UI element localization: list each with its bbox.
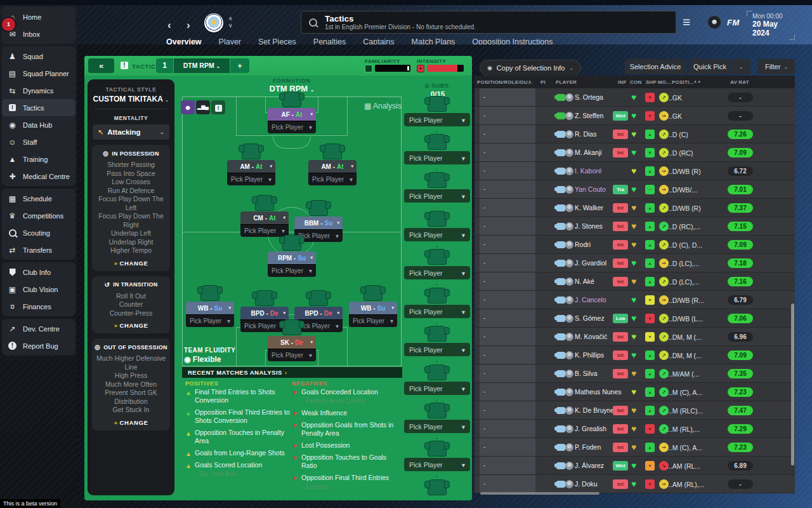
player-row-k-de-bruyne[interactable]: -K. De BruyneInt♥▲➚...M (RLC)...7.47 [475,401,795,420]
column-header-position-role-du[interactable]: POSITION/ROLE/DU... [477,79,532,85]
sub-pick-player-dropdown[interactable]: Pick Player▾ [404,151,470,164]
player-row-yan-couto[interactable]: -Yan CoutoTra♥−➙...D/WB/...7.01 [475,180,795,199]
player-row-b-silva[interactable]: -B. SilvaInt♥▲➚...M/AM (...7.35 [475,364,795,383]
sidebar-item-transfers[interactable]: ⇄Transfers [2,241,75,258]
role-chip-af-at[interactable]: AF -At▾ [268,108,316,121]
role-chip-bpd-de[interactable]: BPD -De▾ [240,307,289,319]
club-switch-chevrons[interactable]: ∧∨ [228,15,233,29]
pick-player-dropdown[interactable]: Pick Player▾ [308,173,357,185]
sub-pick-player-dropdown[interactable]: Pick Player▾ [404,305,470,318]
sub-pick-player-dropdown[interactable]: Pick Player▾ [404,343,470,356]
sub-pick-player-dropdown[interactable]: Pick Player▾ [404,458,470,471]
stats-view-button[interactable]: ▂▆▄ [196,100,210,114]
sub-pick-player-dropdown[interactable]: Pick Player▾ [404,382,470,395]
role-chip-bpd-de[interactable]: BPD -De▾ [294,307,343,319]
sidebar-item-schedule[interactable]: ▦Schedule [2,190,75,207]
sidebar-item-training[interactable]: ▲Training [2,150,75,168]
sidebar-item-club-vision[interactable]: ▣Club Vision [2,281,75,298]
club-badge[interactable] [204,13,223,32]
player-row-m-akanji[interactable]: -M. AkanjiInt♥▼➚...D (RC)7.09 [475,144,795,162]
collapse-panel-button[interactable]: « [88,58,114,73]
player-row-j-stones[interactable]: -J. StonesInt♥▲➚...D (RC),...7.15 [475,217,795,236]
forward-button[interactable]: › [187,19,190,32]
inbox-notification-badge[interactable]: 1 [2,18,15,31]
player-row-rodri[interactable]: -RodriInt♥▲➚...D (C), D...7.09 [475,236,795,254]
player-row-i-kabor[interactable]: -I. Kaboré♥▲➙...D/WB (R)6.72 [475,162,795,180]
menu-icon[interactable]: ≡ [683,15,690,30]
tactic-slot-1[interactable]: 1 [156,58,173,73]
search-title-box[interactable]: Tactics 1st in English Premier Division … [301,11,676,34]
view-selector-dropdown[interactable]: ◉ Copy of Selection Info ⌄ [480,60,581,76]
column-header-shp[interactable]: SHP [646,79,657,85]
change-button[interactable]: »CHANGE [94,419,168,426]
sidebar-item-data-hub[interactable]: ◉Data Hub [2,116,75,133]
mentality-dropdown[interactable]: ↖ Attacking ⌄ [93,124,169,140]
player-row-matheus-nunes[interactable]: -Matheus Nunes♥▲➚...M (C), A...7.23 [475,383,795,401]
sub-pick-player-dropdown[interactable]: Pick Player▾ [404,113,470,126]
role-chip-wb-su[interactable]: WB -Su▾ [186,302,234,314]
sidebar-item-report-bug[interactable]: !Report Bug [2,337,75,354]
player-view-button[interactable]: ☻ [181,100,195,114]
role-chip-rpm-su[interactable]: RPM -Su▾ [268,251,316,264]
player-row-k-walker[interactable]: -K. WalkerInt♥▲➚...D/WB (R)7.37 [475,199,795,217]
player-row-k-phillips[interactable]: -K. PhillipsInt♥▲➚...DM, M (...7.09 [475,346,795,364]
player-row-j-cancelo[interactable]: -J. Cancelo♥▼➙...D/WB (R...6.79 [475,291,795,309]
column-header-player[interactable]: PLAYER [556,79,577,85]
back-button[interactable]: ‹ [167,19,171,32]
pick-player-dropdown[interactable]: Pick Player▾ [227,173,275,185]
role-chip-bbm-su[interactable]: BBM -Su▾ [294,217,343,229]
pick-player-dropdown[interactable]: Pick Player▾ [349,314,397,327]
player-row-n-ak[interactable]: -N. AkéInt♥▲➚...D (LC),...7.16 [475,272,795,291]
player-row-m-kova-i[interactable]: -M. KovačićInt♥▼➚...DM, M (...6.96 [475,328,795,346]
sidebar-item-dev-centre[interactable]: ↗Dev. Centre [2,320,75,337]
column-header-inf[interactable]: INF [618,79,627,85]
player-row-p-foden[interactable]: -P. FodenInt♥▲➙...M (C), A...7.23 [475,438,795,457]
sub-pick-player-dropdown[interactable]: Pick Player▾ [404,228,470,241]
sub-pick-player-dropdown[interactable]: Pick Player▾ [404,266,470,279]
column-header-con[interactable]: CON [630,79,641,85]
role-chip-sk-de[interactable]: SK -De▾ [268,336,316,349]
pick-player-dropdown[interactable]: Pick Player▾ [186,314,234,327]
pick-player-dropdown[interactable]: Pick Player▾ [268,121,316,133]
player-row-z-steffen[interactable]: -Z. SteffenWnt♥▼➙...GK- [475,107,795,125]
column-header-av-rat[interactable]: AV RAT [730,79,749,85]
add-tactic-button[interactable]: + [230,58,249,73]
filter-button[interactable]: Filter⌄ [758,59,795,74]
tactics-view-button[interactable]: ! [211,100,225,114]
column-header-pi[interactable]: PI [540,79,546,85]
sidebar-item-squad-planner[interactable]: ▤Squad Planner [2,65,75,82]
column-header-mo[interactable]: MO... [658,79,671,85]
sidebar-item-medical-centre[interactable]: ✚Medical Centre [2,168,75,185]
player-row-j-gvardiol[interactable]: -J. GvardiolInt♥▲➙...D (LC),...7.18 [475,254,795,272]
tactic-preset-dropdown[interactable]: DTM RPM ⌄ [174,58,230,73]
sidebar-item-tactics[interactable]: !Tactics [2,99,75,116]
column-header-positi[interactable]: POSITI... [672,79,694,85]
fm-globe-icon[interactable]: ☻ [707,15,721,29]
vertical-scrollbar[interactable] [791,304,794,465]
quick-pick-button[interactable]: Quick Pick [690,59,730,74]
player-row-j-lvarez[interactable]: -J. ÁlvarezWnt♥▼➘...AM (RL...6.89 [475,457,795,475]
sidebar-item-dynamics[interactable]: ⇆Dynamics [2,82,75,99]
selection-advice-button[interactable]: Selection Advice [625,59,686,74]
squad-table-header[interactable]: POSITION/ROLE/DU...PIPLAYERINFCONSHPMO..… [475,76,795,88]
role-chip-wb-su[interactable]: WB -Su▾ [349,302,397,314]
role-chip-am-at[interactable]: AM -At▾ [227,160,275,173]
sidebar-item-competitions[interactable]: ♛Competitions [2,207,75,224]
sidebar-item-club-info[interactable]: Club Info [2,264,75,281]
sub-pick-player-dropdown[interactable]: Pick Player▾ [404,189,470,203]
role-chip-am-at[interactable]: AM -At▾ [308,160,357,173]
player-row-j-grealish[interactable]: -J. GrealishInt♥♥➚...M (RL),...7.29 [475,420,795,438]
change-button[interactable]: »CHANGE [94,260,168,267]
sub-pick-player-dropdown[interactable]: Pick Player▾ [404,420,470,433]
sidebar-item-finances[interactable]: ¤Finances [2,298,75,315]
tactical-style-dropdown[interactable]: CUSTOM TIKITAKA ⌄ [90,95,172,104]
sidebar-item-scouting[interactable]: Scouting [2,224,75,241]
player-row-s-g-mez[interactable]: -S. GómezLoa♥▼➚...D/WB (L...7.06 [475,309,795,328]
player-row-j-doku[interactable]: -J. DokuInt♥♥➙...AM (RL),...- [475,475,795,493]
pick-player-dropdown[interactable]: Pick Player▾ [240,224,289,237]
analysis-toggle[interactable]: ▦ Analysis [364,102,402,110]
quick-pick-chevron-button[interactable]: ⌄ [731,59,750,74]
pick-player-dropdown[interactable]: Pick Player▾ [268,349,316,361]
change-button[interactable]: »CHANGE [94,322,168,329]
horizontal-scrollbar[interactable] [480,492,599,495]
